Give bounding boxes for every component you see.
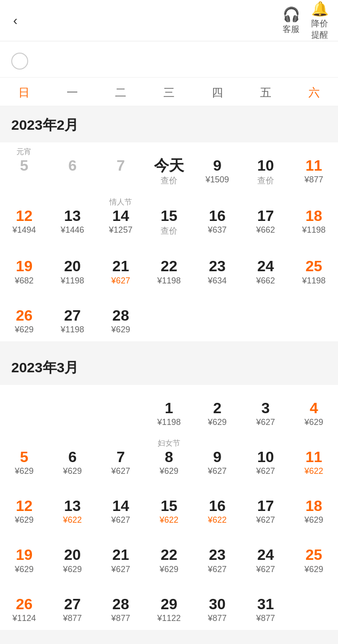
day-cell[interactable]: 24¥627 <box>241 532 290 581</box>
day-cell[interactable]: 26¥629 <box>0 292 48 341</box>
direct-flight-toggle[interactable] <box>11 53 33 70</box>
day-cell[interactable]: 22¥1198 <box>145 243 193 292</box>
close-button[interactable] <box>319 59 327 63</box>
day-price: ¥627 <box>256 417 275 427</box>
day-cell[interactable]: 18¥1198 <box>290 193 338 243</box>
nav-right-buttons: 🎧 客服 🔔 降价 提醒 <box>283 0 329 40</box>
day-price: ¥627 <box>256 565 275 574</box>
day-price: 查价 <box>161 175 177 186</box>
price-alert-button[interactable]: 🔔 降价 提醒 <box>311 0 329 40</box>
day-cell[interactable]: 19¥629 <box>0 532 48 581</box>
day-cell[interactable]: 21¥627 <box>97 532 145 581</box>
day-cell[interactable]: 22¥629 <box>145 532 193 581</box>
day-cell[interactable]: 7 <box>97 142 145 193</box>
day-price: ¥627 <box>111 515 130 525</box>
day-cell[interactable]: 28¥629 <box>97 292 145 341</box>
day-cell[interactable]: 6¥629 <box>48 434 97 483</box>
day-cell[interactable]: 5¥629 <box>0 434 48 483</box>
day-number: 16 <box>209 208 226 224</box>
day-cell[interactable]: 6 <box>48 142 97 193</box>
day-cell[interactable]: 9¥627 <box>193 434 241 483</box>
day-cell[interactable]: 31¥877 <box>241 581 290 630</box>
day-cell[interactable]: 23¥627 <box>193 532 241 581</box>
day-cell[interactable]: 27¥877 <box>48 581 97 630</box>
day-cell[interactable]: 17¥662 <box>241 193 290 243</box>
day-cell[interactable]: 30¥877 <box>193 581 241 630</box>
day-number: 31 <box>257 596 274 613</box>
day-cell[interactable]: 1¥1198 <box>145 385 193 434</box>
day-cell[interactable]: 16¥622 <box>193 483 241 532</box>
day-cell[interactable]: 17¥627 <box>241 483 290 532</box>
day-cell <box>145 292 193 341</box>
day-cell[interactable]: 情人节14¥1257 <box>97 193 145 243</box>
day-cell[interactable]: 15¥622 <box>145 483 193 532</box>
day-cell[interactable]: 妇女节8¥629 <box>145 434 193 483</box>
day-cell[interactable]: 2¥629 <box>193 385 241 434</box>
day-cell[interactable]: 元宵5 <box>0 142 48 193</box>
day-cell[interactable]: 13¥622 <box>48 483 97 532</box>
day-cell[interactable]: 14¥627 <box>97 483 145 532</box>
day-cell[interactable]: 今天查价 <box>145 142 193 193</box>
day-cell[interactable]: 9¥1509 <box>193 142 241 193</box>
day-cell[interactable]: 20¥1198 <box>48 243 97 292</box>
day-number: 12 <box>16 498 33 514</box>
day-cell <box>193 292 241 341</box>
day-price: ¥629 <box>15 515 33 525</box>
day-cell[interactable]: 4¥629 <box>290 385 338 434</box>
day-price: ¥1509 <box>206 175 229 185</box>
weekday-sun: 日 <box>0 85 48 100</box>
day-number: 29 <box>161 596 177 613</box>
day-cell[interactable]: 13¥1446 <box>48 193 97 243</box>
day-number: 14 <box>112 208 129 224</box>
day-cell[interactable]: 20¥629 <box>48 532 97 581</box>
day-number: 21 <box>112 547 129 563</box>
day-price: ¥662 <box>256 225 275 235</box>
day-cell[interactable]: 10¥627 <box>241 434 290 483</box>
back-button[interactable]: ‹ <box>9 9 21 32</box>
day-cell[interactable]: 11¥622 <box>290 434 338 483</box>
day-number: 3 <box>261 400 270 416</box>
day-number: 今天 <box>154 157 184 174</box>
day-cell[interactable]: 26¥1124 <box>0 581 48 630</box>
day-price: ¥1494 <box>12 225 36 235</box>
day-price: ¥622 <box>305 466 323 476</box>
day-cell[interactable]: 24¥662 <box>241 243 290 292</box>
day-cell[interactable]: 12¥629 <box>0 483 48 532</box>
day-price: ¥627 <box>111 276 130 286</box>
day-price: ¥627 <box>111 565 130 574</box>
day-cell[interactable]: 19¥682 <box>0 243 48 292</box>
day-price: ¥627 <box>111 466 130 476</box>
day-price: ¥629 <box>160 565 178 574</box>
day-cell <box>290 581 338 630</box>
day-cell[interactable]: 10查价 <box>241 142 290 193</box>
day-number: 20 <box>64 547 81 563</box>
day-cell[interactable]: 12¥1494 <box>0 193 48 243</box>
day-price: ¥1446 <box>61 225 84 235</box>
day-cell[interactable]: 23¥634 <box>193 243 241 292</box>
day-price: ¥629 <box>15 565 33 574</box>
day-number: 5 <box>20 157 29 174</box>
day-number: 23 <box>209 547 226 563</box>
day-cell[interactable]: 15查价 <box>145 193 193 243</box>
day-price: ¥682 <box>15 276 33 286</box>
day-cell[interactable]: 18¥629 <box>290 483 338 532</box>
day-cell[interactable]: 25¥629 <box>290 532 338 581</box>
day-cell[interactable]: 21¥627 <box>97 243 145 292</box>
day-price: ¥1198 <box>302 276 326 286</box>
direct-flight-checkbox[interactable] <box>11 53 28 70</box>
month-header-1: 2023年3月 <box>0 349 338 385</box>
day-price: ¥1198 <box>61 276 84 286</box>
day-cell[interactable]: 27¥1198 <box>48 292 97 341</box>
day-cell[interactable]: 16¥637 <box>193 193 241 243</box>
day-cell[interactable]: 28¥877 <box>97 581 145 630</box>
day-cell[interactable]: 29¥1122 <box>145 581 193 630</box>
day-cell[interactable]: 11¥877 <box>290 142 338 193</box>
day-price: ¥629 <box>160 466 178 476</box>
day-cell[interactable]: 25¥1198 <box>290 243 338 292</box>
service-button[interactable]: 🎧 客服 <box>283 6 300 35</box>
day-price: ¥877 <box>63 613 82 623</box>
day-cell[interactable]: 7¥627 <box>97 434 145 483</box>
day-note: 妇女节 <box>158 439 180 448</box>
day-cell[interactable]: 3¥627 <box>241 385 290 434</box>
day-price: ¥877 <box>256 613 275 623</box>
